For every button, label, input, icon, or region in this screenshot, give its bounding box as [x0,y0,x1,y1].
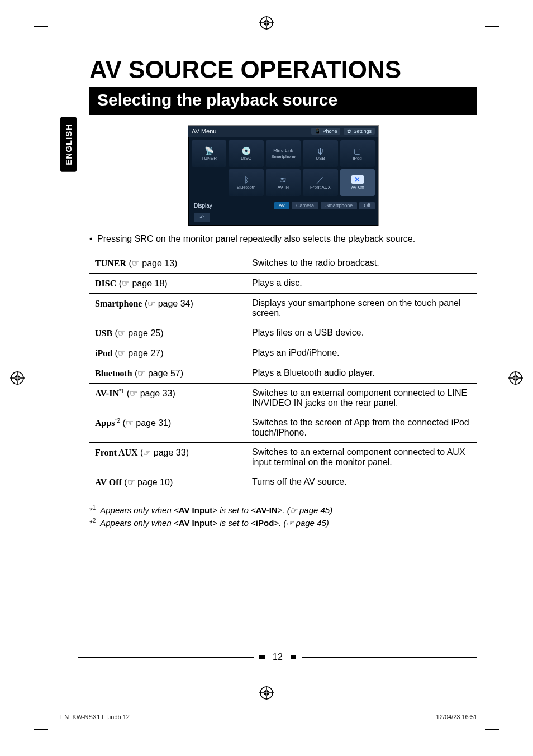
bluetooth-icon: ᛒ [244,176,249,184]
tuner-icon: 📡 [204,147,214,155]
footnote-sup: 1 [93,505,96,511]
rule-line [302,657,477,658]
tile-mirrorlink: MirrorLinkSmartphone [266,140,301,167]
table-value-cell: Turns off the AV source. [246,472,478,492]
registration-mark-icon [508,371,523,385]
tile-usb: ψUSB [303,140,337,167]
key-superscript: *1 [119,388,124,394]
tile-frontaux: ／Front AUX [303,169,337,196]
key-bold: AV Off [95,477,122,487]
table-value-cell: Plays a disc. [246,274,478,294]
settings-badge: ✿ Settings [344,128,375,135]
back-button-icon: ↶ [194,213,210,222]
table-row: AV Off (☞ page 10)Turns off the AV sourc… [89,472,477,492]
crop-mark [477,16,499,38]
table-value-cell: Plays a Bluetooth audio player. [246,363,478,384]
tile-disc: 💿DISC [229,140,263,167]
footnote-text: Appears only when < [100,518,179,528]
footnotes: *1 Appears only when <AV Input> is set t… [89,505,477,528]
note-body: Pressing SRC on the monitor panel repeat… [97,234,415,243]
footnote-text: > is set to < [212,505,256,515]
page-title: AV SOURCE OPERATIONS [89,56,477,84]
disc-icon: 💿 [241,147,251,155]
footer-right: 12/04/23 16:51 [436,714,477,720]
table-key-cell: AV Off (☞ page 10) [89,472,246,492]
tile-avin: ≋AV-IN [266,169,301,196]
tile-label: USB [316,156,325,161]
crop-mark [477,718,499,740]
footer-left: EN_KW-NSX1[E].indb 12 [60,714,130,720]
table-key-cell: AV-IN*1 (☞ page 33) [89,384,246,413]
tab-av: AV [274,202,289,209]
table-value-cell: Plays files on a USB device. [246,323,478,343]
footnote-sup: 2 [93,518,96,524]
table-key-cell: Apps*2 (☞ page 31) [89,413,246,443]
key-bold: DISC [95,279,116,288]
tile-ipod: ▢iPod [340,140,375,167]
table-row: Front AUX (☞ page 33)Switches to an exte… [89,443,477,472]
tile-empty [192,169,226,196]
table-key-cell: Front AUX (☞ page 33) [89,443,246,472]
tile-label: Smartphone [271,154,296,159]
table-row: iPod (☞ page 27)Plays an iPod/iPhone. [89,343,477,363]
table-key-cell: DISC (☞ page 18) [89,274,246,294]
table-key-cell: TUNER (☞ page 13) [89,253,246,274]
ipod-icon: ▢ [354,147,361,155]
registration-mark-icon [10,371,25,385]
key-rest: (☞ page 10) [122,477,173,487]
gear-icon: ✿ [347,128,351,134]
table-row: Smartphone (☞ page 34)Displays your smar… [89,294,477,323]
tile-label: Bluetooth [237,185,256,190]
key-rest: (☞ page 13) [126,259,177,268]
tile-tuner: 📡TUNER [192,140,226,167]
table-value-cell: Plays an iPod/iPhone. [246,343,478,363]
tile-label: Front AUX [310,185,331,190]
aux-icon: ／ [316,176,324,184]
key-rest: (☞ page 25) [112,328,163,338]
section-heading: Selecting the playback source [89,87,477,115]
registration-mark-icon [259,686,274,700]
avin-icon: ≋ [280,176,287,184]
page-number-row: 12 [78,652,477,662]
footnote-text: Appears only when < [100,505,179,515]
footnote-text: >. (☞ page 45) [274,518,329,528]
table-row: Apps*2 (☞ page 31)Switches to the screen… [89,413,477,443]
key-bold: iPod [95,348,112,358]
tile-label: AV Off [351,185,364,190]
table-value-cell: Switches to an external component connec… [246,384,478,413]
rule-line [78,657,254,658]
phone-badge: 📱 Phone [311,128,340,135]
crop-mark [34,718,56,740]
tile-bluetooth: ᛒBluetooth [229,169,263,196]
usb-icon: ψ [317,147,323,155]
tile-label: DISC [241,156,251,161]
tab-camera: Camera [292,202,318,209]
tile-label: AV-IN [278,185,289,190]
key-bold: Smartphone [95,299,142,308]
key-rest: (☞ page 33) [138,448,189,457]
key-rest: (☞ page 31) [120,418,171,428]
close-icon: ✕ [351,175,364,184]
table-key-cell: iPod (☞ page 27) [89,343,246,363]
phone-label: Phone [322,128,337,134]
footnote-bold: AV Input [179,518,213,528]
tile-label: TUNER [201,156,217,161]
footnote-text: > is set to < [212,518,256,528]
display-label: Display [194,203,212,209]
key-bold: USB [95,328,112,338]
table-row: AV-IN*1 (☞ page 33)Switches to an extern… [89,384,477,413]
footnote-text: >. (☞ page 45) [278,505,332,515]
footnote-bold: AV Input [179,505,213,515]
table-key-cell: USB (☞ page 25) [89,323,246,343]
table-row: TUNER (☞ page 13)Switches to the radio b… [89,253,477,274]
av-menu-illustration: AV Menu 📱 Phone ✿ Settings 📡TUNER 💿DISC … [188,125,379,226]
tab-smartphone: Smartphone [321,202,357,209]
phone-icon: 📱 [315,128,321,134]
source-table: TUNER (☞ page 13)Switches to the radio b… [89,253,477,492]
page-number: 12 [270,652,285,662]
table-row: Bluetooth (☞ page 57)Plays a Bluetooth a… [89,363,477,384]
key-rest: (☞ page 18) [116,279,167,288]
table-value-cell: Switches to the radio broadcast. [246,253,478,274]
table-row: USB (☞ page 25)Plays files on a USB devi… [89,323,477,343]
settings-label: Settings [353,128,372,134]
